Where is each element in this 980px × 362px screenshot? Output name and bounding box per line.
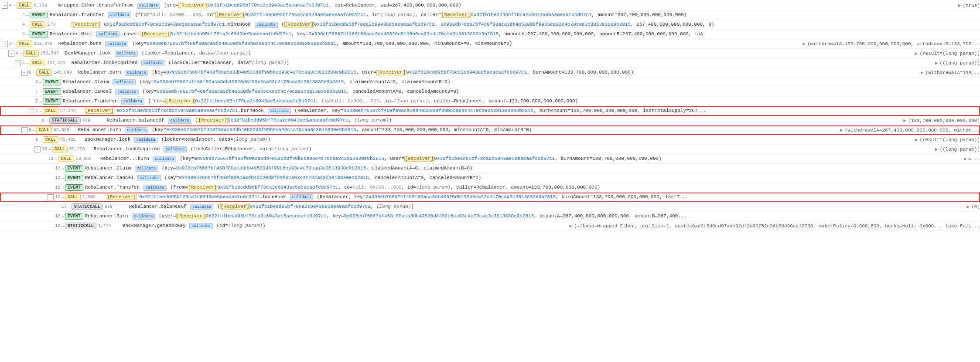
address: 0x938eb76667bf468f80aca3db40520d8f99b6ca… <box>176 166 366 171</box>
result-value: (true) <box>963 3 980 8</box>
trace-row-r19: 12 → EVENTRebalancer.Cancel calldata (ke… <box>0 173 980 183</box>
trace-row-r21: −12 → CALL1,509[Receiver] 0x32fb1bedd95b… <box>0 193 980 202</box>
trace-container: −4 → CALL6,700Wrapped Ether.transferFrom… <box>0 0 980 362</box>
call-arrow: → <box>39 137 42 142</box>
row-content: Rebalancer.Cancel calldata (key=0x938eb7… <box>63 89 980 95</box>
receiver-tag: [Receiver] <box>107 194 137 200</box>
calldata-tag: calldata <box>108 12 131 18</box>
trace-row-r17: 11 → CALL58,866Rebalancer...burn calldat… <box>0 154 980 164</box>
result-arrow: ▶ <box>964 156 967 162</box>
calldata-tag: calldata <box>137 3 160 9</box>
trace-row-r2: 4 → EVENTRebalancer.Transfer calldata (f… <box>0 10 980 20</box>
expand-toggle[interactable]: − <box>48 194 54 200</box>
result-value: ((long param)) <box>940 147 980 152</box>
row-content: Rebalancer.burn calldata (key=0x938eb766… <box>78 70 919 76</box>
address: 0x938eb76667bf468f80aca3db40520d8f99b6ca… <box>166 127 356 132</box>
calldata-tag: calldata <box>153 156 176 162</box>
gas-value: 1,474 <box>98 223 120 228</box>
call-arrow: → <box>61 195 64 200</box>
calldata-tag: calldata <box>164 146 187 152</box>
result-value: (0) <box>971 204 980 210</box>
expand-toggle[interactable]: − <box>21 127 27 133</box>
expand-toggle[interactable]: − <box>34 146 41 152</box>
depth-number: 3 <box>9 41 12 46</box>
expand-toggle[interactable]: − <box>2 3 8 9</box>
depth-number: 4 <box>22 13 25 17</box>
expand-toggle[interactable]: − <box>2 41 8 47</box>
type-badge: EVENT <box>30 12 48 18</box>
row-content: [Receiver] 0x32fb1bedd95bf78ca2c6943ae5a… <box>107 194 980 200</box>
address: 0x32fb1bedd95bf78ca2c6943ae5aeaeaafc0d97… <box>434 156 555 161</box>
calldata-tag: calldata <box>125 70 148 76</box>
address: 0x938eb76667bf468f80aca3db40520d8f99b6ca… <box>154 79 344 85</box>
type-badge: STATICCALL <box>65 223 96 229</box>
type-badge: EVENT <box>43 79 61 85</box>
expand-toggle[interactable]: − <box>8 51 14 57</box>
expand-toggle[interactable]: − <box>15 60 21 66</box>
type-badge: STATICCALL <box>49 117 81 124</box>
type-badge: EVENT <box>65 175 83 181</box>
trace-row-r6: −4 → CALL150,543BookManager.lock calldat… <box>0 49 980 58</box>
row-content: BookManager.lock calldata (locker=Rebala… <box>65 51 913 57</box>
result-arrow: ▶ <box>840 127 843 133</box>
depth-number: 8 <box>29 128 31 132</box>
row-content: BookManager.getBookKey calldata (id=(lon… <box>123 223 568 229</box>
call-arrow: → <box>13 41 16 47</box>
address: 0x32fb1bedd95bf78ca2c6943ae5aeaeaafc0d97… <box>208 3 329 8</box>
gas-value: 639 <box>105 204 126 209</box>
gas-value: 65,308 <box>54 128 75 132</box>
type-badge: CALL <box>36 127 52 133</box>
call-arrow: → <box>39 108 42 114</box>
calldata-tag: calldata <box>168 118 191 124</box>
address: 0x32fb1bedd95bf78ca2c6943ae5aeaeaafc0d97… <box>171 31 291 37</box>
receiver-tag: [Receiver] <box>404 156 434 162</box>
long-param: (long param) <box>252 60 286 65</box>
depth-number: 12 <box>55 176 60 180</box>
expand-toggle[interactable]: − <box>28 108 34 114</box>
receiver-tag: [Receiver] <box>198 118 228 123</box>
call-arrow: → <box>61 185 64 190</box>
trace-row-r23: 12 → EVENTRebalancer.Burn calldata (user… <box>0 212 980 221</box>
call-arrow: → <box>39 89 42 95</box>
receiver-tag: [Receiver] <box>376 70 406 75</box>
depth-number: 12 <box>55 195 60 200</box>
null-value: Null: 0x000...000 <box>152 12 201 17</box>
expand-toggle[interactable]: − <box>21 70 27 76</box>
receiver-tag: [Receiver] <box>165 98 195 104</box>
type-badge: EVENT <box>65 184 83 191</box>
receiver-tag: [Receiver] <box>441 12 471 18</box>
calldata-tag: calldata <box>141 60 164 66</box>
call-arrow: → <box>61 176 64 181</box>
gas-value: 6,700 <box>34 3 56 8</box>
depth-number: 7 <box>35 80 38 85</box>
trace-row-r5: −3 → CALL152,370Rebalancer.burn calldata… <box>0 39 980 49</box>
depth-number: 4 <box>16 51 18 56</box>
receiver-tag: [Receiver] <box>220 204 250 210</box>
depth-number: 4 <box>22 22 25 27</box>
type-badge: CALL <box>30 60 45 66</box>
trace-row-r20: 12 → EVENTRebalancer.Transfer calldata (… <box>0 183 980 193</box>
row-content: Rebalancer.Burn calldata (user=[Receiver… <box>85 213 980 220</box>
call-arrow: → <box>61 223 64 229</box>
row-content: Rebalancer.Transfer calldata (from=[Rece… <box>63 98 980 105</box>
receiver-tag: [Receiver] <box>215 12 245 18</box>
calldata-tag: calldata <box>290 194 313 200</box>
calldata-tag: calldata <box>115 89 138 95</box>
type-badge: CALL <box>30 21 45 28</box>
calldata-tag: calldata <box>115 51 138 57</box>
type-badge: EVENT <box>65 213 83 220</box>
type-badge: CALL <box>17 41 32 47</box>
null-value: Null: 0x000...000 <box>352 185 401 190</box>
receiver-tag: [Receiver] <box>85 108 114 114</box>
row-content: Rebalancer...burn calldata (key=0x938eb7… <box>100 156 962 162</box>
calldata-tag: calldata <box>132 213 155 220</box>
gas-value: 65,481 <box>60 137 82 142</box>
row-content: Rebalancer.Claim calldata (key=0x938eb76… <box>85 166 980 172</box>
trace-row-r9: 7 → EVENTRebalancer.Claim calldata (key=… <box>0 78 980 87</box>
result-value: (result=(long param)) <box>919 137 980 142</box>
trace-row-r1: −4 → CALL6,700Wrapped Ether.transferFrom… <box>0 1 980 10</box>
receiver-tag: [Receiver] <box>178 3 208 8</box>
long-param: (long param) <box>228 223 263 228</box>
result-arrow: ▶ <box>570 223 573 229</box>
null-value: Null: 0x000...000 <box>330 98 379 104</box>
